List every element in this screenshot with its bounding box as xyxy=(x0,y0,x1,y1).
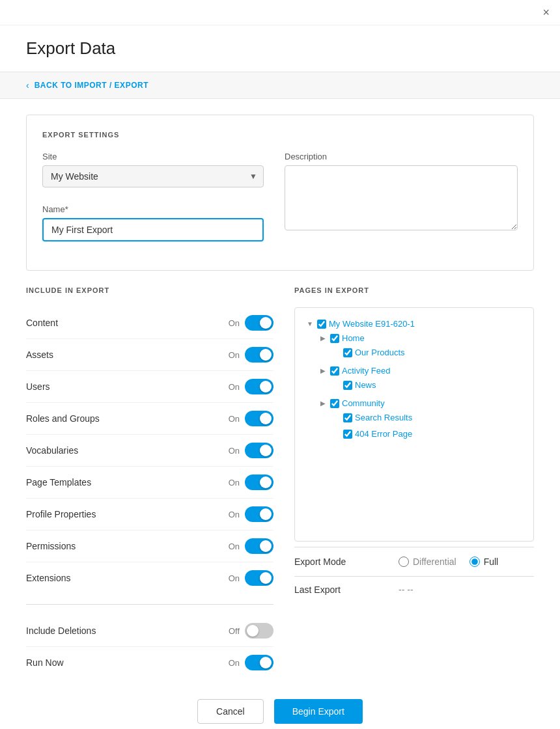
toggle-right-5: On xyxy=(229,475,273,490)
name-label: Name* xyxy=(42,204,264,214)
export-mode-radio-group: Differential Full xyxy=(399,557,498,567)
tree-node-community: ▶ Community ▶ Search Results xyxy=(316,395,525,444)
tree-checkbox-community[interactable] xyxy=(330,399,339,408)
toggle-state-1: On xyxy=(229,350,240,360)
toggle-row-0: Content On xyxy=(26,307,273,339)
radio-differential[interactable]: Differential xyxy=(399,557,456,567)
radio-full[interactable]: Full xyxy=(469,557,499,567)
toggle-switch-1[interactable] xyxy=(245,347,273,363)
tree-node-search-results: ▶ Search Results xyxy=(329,409,525,426)
tree-expand-community-icon[interactable]: ▶ xyxy=(318,399,328,408)
toggle-right-0: On xyxy=(229,315,273,331)
last-export-value: -- -- xyxy=(399,585,413,595)
tree-community-row[interactable]: ▶ Community xyxy=(316,397,525,409)
tree-expand-home-icon[interactable]: ▶ xyxy=(318,334,328,343)
toggle-switch-4[interactable] xyxy=(245,443,273,458)
radio-full-input[interactable] xyxy=(469,557,480,567)
toggle-right-7: On xyxy=(229,538,273,554)
toggle-switch-8[interactable] xyxy=(245,570,273,586)
toggle-label-3: Roles and Groups xyxy=(26,413,100,424)
tree-label-activity-feed: Activity Feed xyxy=(342,366,390,376)
tree-checkbox-home[interactable] xyxy=(330,334,339,343)
toggle-switch-7[interactable] xyxy=(245,538,273,554)
run-now-toggle[interactable] xyxy=(245,655,273,670)
close-button[interactable]: × xyxy=(542,7,550,18)
site-select-wrapper: My Website ▼ xyxy=(42,165,264,187)
toggle-right-6: On xyxy=(229,506,273,522)
window-header: × xyxy=(0,0,560,25)
include-deletions-toggle[interactable] xyxy=(245,623,273,639)
page-title: Export Data xyxy=(0,25,560,72)
toggle-state-3: On xyxy=(229,414,240,424)
tree-node-our-products: ▶ Our Products xyxy=(329,344,525,361)
toggle-row-8: Extensions On xyxy=(26,562,273,594)
description-textarea[interactable] xyxy=(285,165,518,230)
toggle-right-1: On xyxy=(229,347,273,363)
radio-differential-label: Differential xyxy=(413,557,456,567)
tree-our-products-row[interactable]: ▶ Our Products xyxy=(329,346,525,359)
tree-root-row[interactable]: ▼ My Website E91-620-1 xyxy=(303,318,525,330)
tree-label-home: Home xyxy=(342,333,365,343)
export-settings-card: EXPORT SETTINGS Site My Website ▼ Name* … xyxy=(26,115,534,271)
toggle-switch-6[interactable] xyxy=(245,506,273,522)
tree-checkbox-root[interactable] xyxy=(317,320,326,329)
include-deletions-state: Off xyxy=(229,626,240,636)
toggle-switch-0[interactable] xyxy=(245,315,273,331)
tree-checkbox-our-products[interactable] xyxy=(343,348,352,357)
toggle-label-6: Profile Properties xyxy=(26,509,96,519)
toggle-label-7: Permissions xyxy=(26,541,76,551)
back-link[interactable]: BACK TO IMPORT / EXPORT xyxy=(35,81,148,90)
tree-activity-feed-row[interactable]: ▶ Activity Feed xyxy=(316,364,525,377)
toggle-state-8: On xyxy=(229,573,240,583)
tree-home-row[interactable]: ▶ Home xyxy=(316,332,525,344)
toggle-row-2: Users On xyxy=(26,371,273,403)
toggle-state-0: On xyxy=(229,318,240,328)
toggle-right-2: On xyxy=(229,379,273,394)
radio-full-label: Full xyxy=(484,557,499,567)
toggle-label-4: Vocabularies xyxy=(26,445,78,456)
toggle-switch-5[interactable] xyxy=(245,475,273,490)
tree-node-root: ▼ My Website E91-620-1 ▶ Home xyxy=(303,316,525,446)
run-now-row: Run Now On xyxy=(26,647,273,678)
toggle-row-6: Profile Properties On xyxy=(26,499,273,530)
name-input[interactable] xyxy=(42,218,264,241)
tree-node-home: ▶ Home ▶ Our Products xyxy=(316,330,525,363)
tree-news-row[interactable]: ▶ News xyxy=(329,379,525,391)
tree-404-row[interactable]: ▶ 404 Error Page xyxy=(329,428,525,440)
tree-expand-root-icon[interactable]: ▼ xyxy=(305,320,315,329)
action-bar: Cancel Begin Export xyxy=(26,678,534,729)
include-deletions-toggle-right: Off xyxy=(229,623,273,639)
tree-expand-activity-feed-icon[interactable]: ▶ xyxy=(318,366,328,376)
toggle-row-5: Page Templates On xyxy=(26,467,273,499)
toggle-right-4: On xyxy=(229,443,273,458)
radio-differential-input[interactable] xyxy=(399,557,409,567)
site-group: Site My Website ▼ Name* xyxy=(42,152,264,241)
begin-export-button[interactable]: Begin Export xyxy=(274,699,363,724)
toggle-row-4: Vocabularies On xyxy=(26,435,273,467)
toggle-label-0: Content xyxy=(26,318,58,328)
toggle-switch-3[interactable] xyxy=(245,411,273,426)
export-mode-label: Export Mode xyxy=(294,557,399,567)
tree-label-404: 404 Error Page xyxy=(355,429,412,439)
tree-checkbox-404[interactable] xyxy=(343,430,352,439)
tree-children-activity-feed: ▶ News xyxy=(316,377,525,393)
tree-label-our-products: Our Products xyxy=(355,348,405,357)
run-now-state: On xyxy=(229,658,240,668)
toggle-state-7: On xyxy=(229,542,240,551)
site-label: Site xyxy=(42,152,264,161)
tree-checkbox-activity-feed[interactable] xyxy=(330,366,339,376)
cancel-button[interactable]: Cancel xyxy=(197,699,264,724)
tree-children-root: ▶ Home ▶ Our Products xyxy=(303,330,525,444)
toggle-switch-2[interactable] xyxy=(245,379,273,394)
breadcrumb-bar: ‹ BACK TO IMPORT / EXPORT xyxy=(0,72,560,99)
description-group: Description xyxy=(285,152,518,241)
tree-node-activity-feed: ▶ Activity Feed ▶ News xyxy=(316,363,525,395)
tree-search-results-row[interactable]: ▶ Search Results xyxy=(329,411,525,424)
tree-checkbox-search-results[interactable] xyxy=(343,413,352,422)
toggle-label-2: Users xyxy=(26,381,50,392)
tree-checkbox-news[interactable] xyxy=(343,381,352,390)
site-select[interactable]: My Website xyxy=(42,165,264,187)
last-export-row: Last Export -- -- xyxy=(294,576,534,603)
toggle-state-5: On xyxy=(229,478,240,488)
divider xyxy=(26,604,273,605)
